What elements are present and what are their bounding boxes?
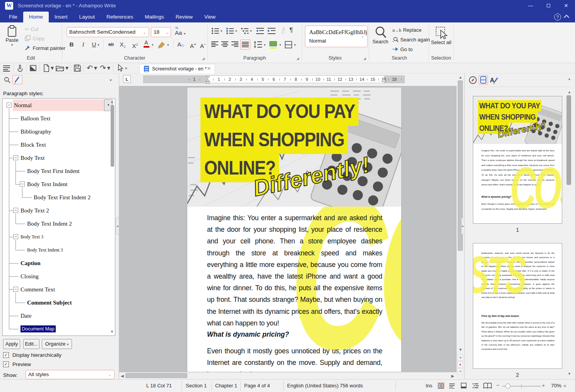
indent-markers-icon[interactable] <box>205 76 211 84</box>
superscript-button[interactable]: X2 <box>130 39 140 50</box>
bullet-list-chevron[interactable]: ▾ <box>221 29 222 33</box>
multilevel-list-chevron[interactable]: ▾ <box>250 29 252 33</box>
sidebar-toggle-icon[interactable] <box>29 64 37 72</box>
numbered-list-chevron[interactable]: ▾ <box>235 29 237 33</box>
scroll-up-icon[interactable]: ▲ <box>459 75 462 79</box>
collapse-toggle-icon[interactable]: − <box>13 208 18 213</box>
zoom-out-icon[interactable]: − <box>496 382 500 389</box>
pages-view-button[interactable] <box>479 75 488 85</box>
numbered-list-button[interactable] <box>226 27 234 35</box>
list-scrollbar-thumb[interactable] <box>111 105 114 167</box>
apply-style-button[interactable]: Apply <box>3 339 20 349</box>
open-file-icon[interactable] <box>56 64 63 72</box>
subscript-button[interactable]: X2 <box>118 39 128 50</box>
pilcrow-button[interactable]: ¶ <box>289 26 293 34</box>
collapse-toggle-icon[interactable]: − <box>20 181 25 187</box>
draft-view-button[interactable] <box>449 383 457 390</box>
tab-stop-selector[interactable]: L <box>123 75 131 83</box>
grow-font-button[interactable]: A+ <box>188 39 198 50</box>
organize-styles-button[interactable]: Organize ▾ <box>42 339 72 349</box>
style-item-body-text-first-indent-2[interactable]: Body Text First Indent 2 <box>34 191 91 204</box>
previous-page-button[interactable]: » <box>457 354 463 361</box>
left-panel-splitter[interactable]: ◂ <box>116 217 119 235</box>
tab-review[interactable]: Review <box>170 12 199 22</box>
collapse-toggle-icon[interactable]: − <box>13 155 18 160</box>
new-document-chevron[interactable]: ▾ <box>51 63 54 74</box>
collapse-toggle-icon[interactable]: − <box>13 287 18 292</box>
zoom-slider-knob[interactable] <box>505 383 510 389</box>
copy-button[interactable]: Copy <box>25 35 44 42</box>
style-item-block-text[interactable]: Block Text <box>21 138 46 151</box>
styles-dialog-launcher[interactable] <box>363 57 366 60</box>
underline-menu-chevron[interactable]: ▾ <box>98 43 99 47</box>
document-hscrollbar[interactable]: ◀ ▶ <box>119 372 457 379</box>
change-case-button[interactable]: ⇆ Aa ▾ <box>174 26 190 37</box>
font-color-button[interactable]: A <box>142 39 151 50</box>
align-center-button[interactable] <box>221 41 229 48</box>
zoom-in-icon[interactable]: + <box>542 382 545 389</box>
paste-button[interactable]: Paste ▾ <box>3 25 21 54</box>
multilevel-list-button[interactable] <box>241 27 249 35</box>
new-document-icon[interactable] <box>43 64 50 72</box>
save-icon[interactable] <box>74 64 81 72</box>
word-count-status[interactable]: 756 words <box>340 383 363 389</box>
styles-view-button[interactable]: A <box>489 76 499 84</box>
select-all-button[interactable]: Select all <box>430 26 452 54</box>
style-item-body-text-indent-2[interactable]: Body Text Indent 2 <box>27 217 72 230</box>
bullet-list-button[interactable] <box>211 27 220 35</box>
style-gallery[interactable]: AaBbCcDdEeFfGgHhIiJj Normal ⌄ <box>305 26 368 47</box>
undo-icon[interactable]: ↶ <box>87 63 93 74</box>
page-thumbnail-2[interactable]: STS bottlenecks, seasons, and even world… <box>473 243 562 369</box>
scroll-down-icon[interactable]: ▼ <box>459 347 462 352</box>
zoom-level-status[interactable]: 70% <box>551 383 561 389</box>
panel-scroll-down-icon[interactable]: ▼ <box>568 372 571 376</box>
clear-formatting-button[interactable]: A◇ <box>176 39 186 50</box>
document-page[interactable]: COS <box>187 87 402 372</box>
style-item-comment-text[interactable]: Comment Text <box>21 283 55 296</box>
tab-insert[interactable]: Insert <box>49 12 74 22</box>
line-spacing-button[interactable] <box>254 41 262 48</box>
close-document-icon[interactable]: ✕ <box>207 66 211 71</box>
page-thumbnail-1[interactable]: COS WHAT DO YOU PAY WHEN SHOPPING ONLINE… <box>473 96 562 224</box>
toolbar-overflow-icon[interactable]: » <box>125 63 127 74</box>
preview-checkbox[interactable]: ✓ <box>3 361 9 367</box>
scroll-right-icon[interactable]: ▶ <box>451 374 454 378</box>
horizontal-ruler[interactable]: 12345678910111213141516 1 18 <box>143 75 405 83</box>
shading-chevron[interactable]: ▾ <box>279 43 281 47</box>
style-item-date[interactable]: Date <box>21 309 31 322</box>
redo-icon[interactable]: ↷ <box>100 63 106 74</box>
tab-layout[interactable]: Layout <box>74 12 101 22</box>
display-hierarchically-checkbox[interactable]: ✓ <box>3 352 9 358</box>
right-indent-marker-icon[interactable] <box>381 78 387 83</box>
align-right-button[interactable] <box>231 41 239 48</box>
page-layout-view-button[interactable] <box>437 382 445 389</box>
tab-view[interactable]: View <box>199 12 221 22</box>
outline-view-button[interactable] <box>472 383 480 390</box>
highlight-button[interactable] <box>157 40 166 49</box>
pointer-tool-icon[interactable] <box>116 64 124 72</box>
navigator-compass-icon[interactable] <box>469 76 477 84</box>
minimize-button[interactable]: — <box>522 0 539 12</box>
decrease-indent-button[interactable] <box>256 27 265 35</box>
style-item-body-text-indent-3[interactable]: Body Text Indent 3 <box>27 243 63 257</box>
style-item-caption[interactable]: Caption <box>21 257 41 270</box>
font-color-chevron[interactable]: ▾ <box>152 43 154 47</box>
sort-button[interactable]: A Z↕ <box>279 27 288 34</box>
style-item-body-text-first-indent[interactable]: Body Text First Indent <box>27 164 80 178</box>
tab-home[interactable]: Home <box>23 12 49 22</box>
style-item-comment-subject[interactable]: Comment Subject <box>27 296 72 309</box>
tab-references[interactable]: References <box>101 12 139 22</box>
style-item-normal[interactable]: Normal <box>14 99 32 112</box>
style-item-body-text[interactable]: Body Text <box>21 151 44 164</box>
language-status[interactable]: English (United States) <box>287 383 339 389</box>
show-styles-combo[interactable]: All styles ⌄ <box>26 370 115 379</box>
edit-style-button[interactable]: Edit... <box>23 339 39 349</box>
next-page-button[interactable]: » <box>457 368 463 375</box>
right-panel-splitter[interactable]: ▸ <box>461 217 465 235</box>
character-dialog-launcher[interactable] <box>202 57 205 60</box>
style-item-body-text-2[interactable]: Body Text 2 <box>21 204 49 217</box>
italic-button[interactable]: I <box>78 39 88 50</box>
increase-indent-button[interactable] <box>268 27 276 35</box>
touch-mode-icon[interactable] <box>16 64 24 72</box>
book-view-button[interactable] <box>483 383 491 389</box>
